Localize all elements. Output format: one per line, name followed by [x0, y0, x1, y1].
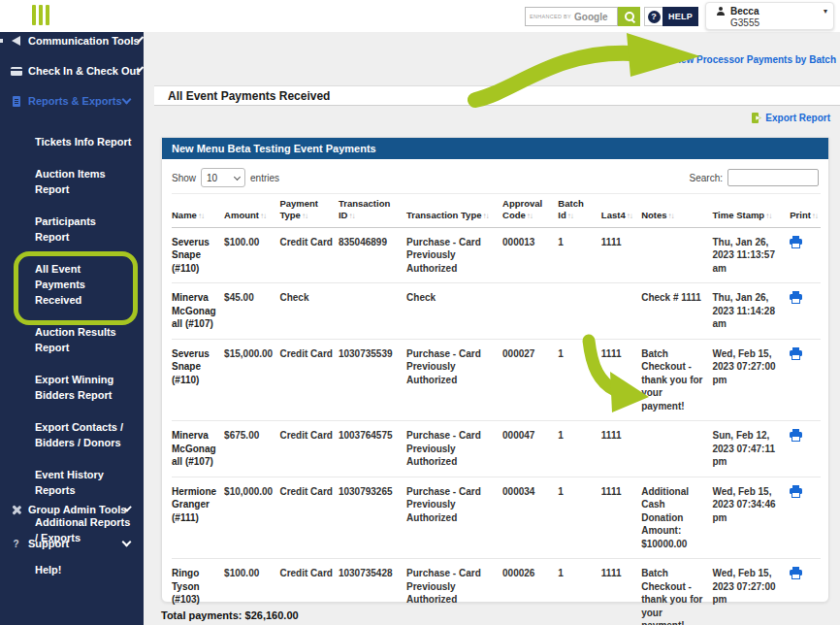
- print-icon[interactable]: [790, 291, 802, 308]
- top-bar: ENHANCED BY Google ? HELP Becca ▾ G3555: [0, 0, 840, 32]
- cell-batch_id: [558, 283, 601, 340]
- cell-name: Minerva McGonagall (#107): [172, 421, 224, 477]
- column-label: Last4: [601, 210, 626, 220]
- sidebar-item-tickets-info-report[interactable]: Tickets Info Report: [35, 134, 132, 149]
- export-report-link[interactable]: Export Report: [752, 113, 830, 123]
- view-processor-payments-link[interactable]: View Processor Payments by Batch: [672, 54, 836, 65]
- sidebar-item-support[interactable]: ? Support: [10, 538, 144, 549]
- user-icon: [716, 7, 726, 16]
- table-row: Severus Snape (#110)$100.00Credit Card83…: [172, 227, 821, 283]
- sidebar-item-auction-items-report[interactable]: Auction Items Report: [35, 166, 132, 197]
- page-title: All Event Payments Received: [154, 85, 840, 106]
- sidebar-item-export-contacts-bidders-donors[interactable]: Export Contacts / Bidders / Donors: [35, 419, 132, 450]
- print-icon[interactable]: [790, 485, 802, 502]
- user-name: Becca: [730, 6, 759, 16]
- cell-last4: 1111: [601, 227, 641, 283]
- cell-transaction_id: 835046899: [339, 227, 406, 283]
- sidebar-item-export-winning-bidders-report[interactable]: Export Winning Bidders Report: [35, 372, 132, 403]
- sidebar-item-all-event-payments-received[interactable]: All Event Payments Received: [35, 261, 132, 308]
- caret-down-icon[interactable]: ▾: [824, 8, 827, 16]
- column-header-payment-type[interactable]: Payment Type↑↓: [279, 194, 339, 228]
- sort-icon[interactable]: ↑↓: [302, 212, 307, 220]
- column-label: Notes: [641, 210, 666, 220]
- cell-transaction_id: 1030793265: [339, 477, 406, 559]
- help-button[interactable]: HELP: [662, 7, 698, 26]
- print-icon[interactable]: [790, 429, 802, 445]
- sidebar-item-auction-results-report[interactable]: Auction Results Report: [35, 324, 132, 355]
- search-label: Search:: [690, 173, 723, 183]
- sort-icon[interactable]: ↑↓: [260, 212, 266, 220]
- sidebar-item-check-in-check-out[interactable]: Check In & Check Out: [10, 65, 144, 77]
- column-label: Transaction Type: [406, 210, 481, 220]
- column-label: Payment Type: [279, 198, 318, 220]
- cell-notes: Batch Checkout - thank you for your paym…: [641, 559, 712, 625]
- cell-approval_code: 000013: [502, 227, 558, 283]
- sidebar-item-communication-tools[interactable]: Communication Tools: [10, 35, 144, 47]
- sort-icon[interactable]: ↑↓: [483, 212, 489, 220]
- column-header-batch-id[interactable]: Batch Id↑↓: [558, 194, 601, 228]
- cell-transaction_type: Purchase - Card Previously Authorized: [406, 477, 502, 559]
- column-header-notes[interactable]: Notes↑↓: [641, 194, 712, 228]
- column-header-transaction-id[interactable]: Transaction ID↑↓: [339, 194, 406, 228]
- cell-time_stamp: Wed, Feb 15, 2023 07:27:00 pm: [712, 559, 790, 625]
- user-group-id: G3555: [716, 17, 827, 28]
- show-label: Show: [172, 173, 196, 183]
- column-label: Amount: [224, 210, 259, 220]
- cell-amount: $100.00: [224, 227, 279, 283]
- column-header-print[interactable]: Print↑↓: [790, 194, 821, 228]
- print-icon[interactable]: [790, 347, 802, 364]
- sidebar-item-participants-report[interactable]: Participants Report: [35, 214, 132, 245]
- print-icon[interactable]: [790, 567, 802, 583]
- sidebar-item-label: Check In & Check Out: [28, 65, 140, 77]
- sort-icon[interactable]: ↑↓: [627, 212, 632, 220]
- cell-payment_type: Credit Card: [279, 421, 339, 477]
- column-header-name[interactable]: Name↑↓: [172, 194, 224, 228]
- column-header-time-stamp[interactable]: Time Stamp↑↓: [712, 194, 790, 228]
- user-menu[interactable]: Becca ▾ G3555: [705, 2, 834, 30]
- column-header-approval-code[interactable]: Approval Code↑↓: [502, 194, 558, 228]
- payments-table-body: Severus Snape (#110)$100.00Credit Card83…: [172, 227, 821, 625]
- app-logo[interactable]: [32, 5, 49, 25]
- page-size-select[interactable]: 10: [201, 168, 245, 187]
- search-button[interactable]: [618, 7, 640, 26]
- print-cell: [790, 421, 821, 477]
- sort-icon[interactable]: ↑↓: [765, 212, 771, 220]
- sidebar-item-event-history-reports[interactable]: Event History Reports: [35, 467, 132, 498]
- table-controls: Show 10 entries Search:: [162, 159, 828, 192]
- sidebar-item-reports-exports[interactable]: Reports & Exports: [10, 95, 144, 107]
- sort-icon[interactable]: ↑↓: [567, 212, 573, 220]
- cell-notes: Batch Checkout - thank you for your paym…: [641, 339, 712, 421]
- table-search-input[interactable]: [727, 169, 819, 186]
- help-question-bubble[interactable]: ?: [644, 7, 662, 26]
- cell-last4: 1111: [601, 477, 641, 559]
- export-report-label: Export Report: [765, 113, 830, 123]
- tools-icon: [10, 505, 22, 515]
- cell-time_stamp: Sun, Feb 12, 2023 07:47:11 pm: [712, 421, 790, 477]
- cell-transaction_type: Purchase - Card Previously Authorized: [406, 421, 502, 477]
- print-icon[interactable]: [790, 236, 802, 252]
- cell-approval_code: 000034: [502, 477, 558, 559]
- sort-icon[interactable]: ↑↓: [527, 212, 533, 220]
- cell-transaction_id: [339, 283, 406, 340]
- sidebar-item-group-admin-tools[interactable]: Group Admin Tools: [10, 504, 144, 515]
- cell-name: Severus Snape (#110): [172, 227, 224, 283]
- sort-icon[interactable]: ↑↓: [348, 212, 354, 220]
- google-search-input[interactable]: ENHANCED BY Google: [525, 7, 618, 26]
- cell-name: Severus Snape (#110): [172, 339, 224, 421]
- column-header-last4[interactable]: Last4↑↓: [601, 194, 641, 228]
- column-label: Print: [790, 210, 811, 220]
- cell-batch_id: 1: [558, 477, 601, 559]
- cell-notes: [641, 421, 712, 477]
- column-header-amount[interactable]: Amount↑↓: [224, 194, 279, 228]
- column-label: Approval Code: [502, 198, 542, 220]
- cell-time_stamp: Wed, Feb 15, 2023 07:27:00 pm: [712, 339, 790, 421]
- column-label: Transaction ID: [339, 198, 390, 220]
- print-cell: [790, 227, 821, 283]
- column-header-transaction-type[interactable]: Transaction Type↑↓: [406, 194, 502, 228]
- sort-icon[interactable]: ↑↓: [668, 212, 674, 220]
- question-icon: ?: [648, 11, 661, 23]
- cell-last4: [601, 283, 641, 340]
- sort-icon[interactable]: ↑↓: [812, 212, 818, 220]
- cell-batch_id: 1: [558, 421, 601, 477]
- sort-icon[interactable]: ↑↓: [198, 212, 204, 220]
